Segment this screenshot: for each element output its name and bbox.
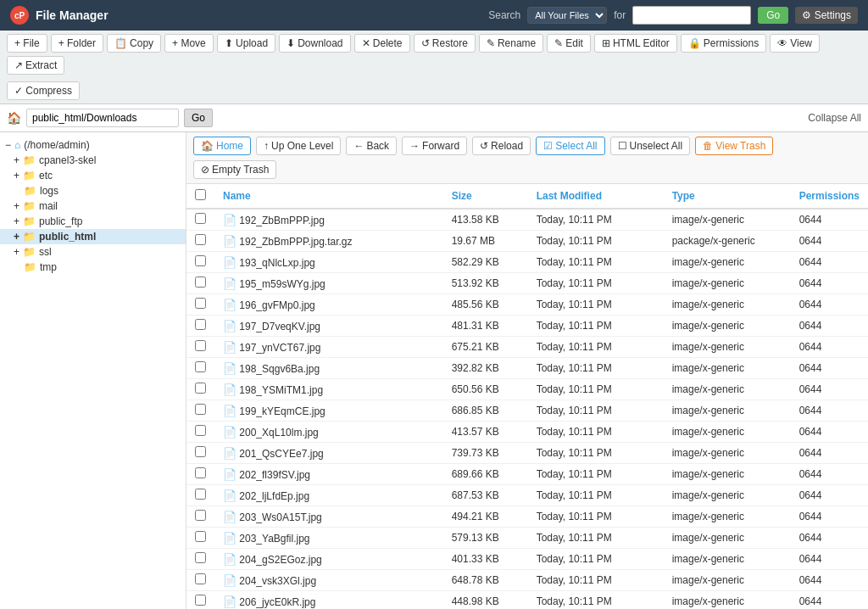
row-checkbox-cell[interactable] <box>186 549 214 570</box>
col-name-header[interactable]: Name <box>214 184 443 209</box>
row-checkbox-cell[interactable] <box>186 485 214 506</box>
table-row[interactable]: 📄 199_kYEqmCE.jpg 686.85 KB Today, 10:11… <box>186 400 868 422</box>
table-row[interactable]: 📄 203_YaBgfil.jpg 579.13 KB Today, 10:11… <box>186 528 868 549</box>
table-row[interactable]: 📄 201_QsCYEe7.jpg 739.73 KB Today, 10:11… <box>186 443 868 464</box>
delete-button[interactable]: ✕ Delete <box>354 34 410 53</box>
file-name-cell[interactable]: 📄 197_ynVCT67.jpg <box>214 337 443 358</box>
up-one-level-button[interactable]: ↑ Up One Level <box>256 137 341 155</box>
row-checkbox[interactable] <box>195 531 206 542</box>
file-name-cell[interactable]: 📄 203_Ws0A15T.jpg <box>214 506 443 528</box>
move-button[interactable]: + Move <box>164 34 214 53</box>
tree-item-logs[interactable]: 📁 logs <box>0 183 186 198</box>
col-modified-header[interactable]: Last Modified <box>528 184 664 209</box>
file-name-cell[interactable]: 📄 204_gS2EGoz.jpg <box>214 549 443 570</box>
table-row[interactable]: 📄 197_D7veqKV.jpg 481.31 KB Today, 10:11… <box>186 316 868 337</box>
collapse-all-button[interactable]: Collapse All <box>808 112 861 124</box>
view-button[interactable]: 👁 View <box>770 34 820 53</box>
table-row[interactable]: 📄 198_YSMiTM1.jpg 650.56 KB Today, 10:11… <box>186 379 868 400</box>
row-checkbox[interactable] <box>195 361 206 372</box>
table-row[interactable]: 📄 197_ynVCT67.jpg 675.21 KB Today, 10:11… <box>186 337 868 358</box>
file-name-cell[interactable]: 📄 203_YaBgfil.jpg <box>214 528 443 549</box>
permissions-button[interactable]: 🔒 Permissions <box>681 34 766 53</box>
row-checkbox[interactable] <box>195 573 206 584</box>
col-type-header[interactable]: Type <box>664 184 791 209</box>
table-row[interactable]: 📄 206_jycE0kR.jpg 448.98 KB Today, 10:11… <box>186 591 868 610</box>
row-checkbox[interactable] <box>195 298 206 309</box>
row-checkbox-cell[interactable] <box>186 422 214 443</box>
table-row[interactable]: 📄 198_Sqgv6Ba.jpg 392.82 KB Today, 10:11… <box>186 358 868 379</box>
row-checkbox[interactable] <box>195 319 206 330</box>
table-row[interactable]: 📄 204_vsk3XGl.jpg 648.78 KB Today, 10:11… <box>186 570 868 591</box>
row-checkbox[interactable] <box>195 255 206 266</box>
row-checkbox[interactable] <box>195 510 206 521</box>
row-checkbox[interactable] <box>195 383 206 394</box>
row-checkbox-cell[interactable] <box>186 443 214 464</box>
row-checkbox-cell[interactable] <box>186 506 214 528</box>
search-go-button[interactable]: Go <box>758 7 788 24</box>
rename-button[interactable]: ✎ Rename <box>479 34 543 53</box>
settings-button[interactable]: ⚙ Settings <box>795 7 858 24</box>
tree-item-root[interactable]: − ⌂ (/home/admin) <box>0 137 186 153</box>
empty-trash-button[interactable]: ⊘ Empty Trash <box>193 160 276 179</box>
copy-button[interactable]: 📋 Copy <box>107 34 161 53</box>
file-name-cell[interactable]: 📄 204_vsk3XGl.jpg <box>214 570 443 591</box>
tree-item-public-ftp[interactable]: + 📁 public_ftp <box>0 214 186 229</box>
row-checkbox-cell[interactable] <box>186 231 214 252</box>
row-checkbox-cell[interactable] <box>186 252 214 273</box>
row-checkbox[interactable] <box>195 552 206 563</box>
file-name-cell[interactable]: 📄 193_qNlcLxp.jpg <box>214 252 443 273</box>
file-name-cell[interactable]: 📄 198_YSMiTM1.jpg <box>214 379 443 400</box>
row-checkbox[interactable] <box>195 489 206 500</box>
col-perms-header[interactable]: Permissions <box>791 184 868 209</box>
edit-button[interactable]: ✎ Edit <box>547 34 591 53</box>
tree-item-public-html[interactable]: + 📁 public_html <box>0 229 186 244</box>
download-button[interactable]: ⬇ Download <box>279 34 350 53</box>
row-checkbox-cell[interactable] <box>186 209 214 231</box>
row-checkbox-cell[interactable] <box>186 294 214 316</box>
row-checkbox-cell[interactable] <box>186 528 214 549</box>
row-checkbox-cell[interactable] <box>186 358 214 379</box>
select-all-button[interactable]: ☑ Select All <box>536 137 604 155</box>
table-row[interactable]: 📄 202_fl39fSV.jpg 689.66 KB Today, 10:11… <box>186 464 868 485</box>
path-input[interactable] <box>26 109 179 127</box>
view-trash-button[interactable]: 🗑 View Trash <box>695 137 773 155</box>
file-name-cell[interactable]: 📄 200_XqL10lm.jpg <box>214 422 443 443</box>
file-name-cell[interactable]: 📄 202_fl39fSV.jpg <box>214 464 443 485</box>
row-checkbox[interactable] <box>195 234 206 245</box>
html-editor-button[interactable]: ⊞ HTML Editor <box>594 34 677 53</box>
table-row[interactable]: 📄 192_ZbBmPPP.jpg 413.58 KB Today, 10:11… <box>186 209 868 231</box>
row-checkbox-cell[interactable] <box>186 379 214 400</box>
file-name-cell[interactable]: 📄 198_Sqgv6Ba.jpg <box>214 358 443 379</box>
extract-button[interactable]: ↗ Extract <box>7 56 64 75</box>
search-input[interactable] <box>632 6 751 25</box>
unselect-all-button[interactable]: ☐ Unselect All <box>610 137 691 155</box>
table-row[interactable]: 📄 195_m59sWYg.jpg 513.92 KB Today, 10:11… <box>186 273 868 294</box>
file-name-cell[interactable]: 📄 192_ZbBmPPP.jpg.tar.gz <box>214 231 443 252</box>
row-checkbox-cell[interactable] <box>186 273 214 294</box>
file-name-cell[interactable]: 📄 201_QsCYEe7.jpg <box>214 443 443 464</box>
back-button[interactable]: ← Back <box>346 137 397 155</box>
forward-button[interactable]: → Forward <box>402 137 467 155</box>
tree-item-mail[interactable]: + 📁 mail <box>0 198 186 214</box>
row-checkbox[interactable] <box>195 213 206 224</box>
file-name-cell[interactable]: 📄 195_m59sWYg.jpg <box>214 273 443 294</box>
new-folder-button[interactable]: + Folder <box>51 34 103 53</box>
table-row[interactable]: 📄 200_XqL10lm.jpg 413.57 KB Today, 10:11… <box>186 422 868 443</box>
col-size-header[interactable]: Size <box>443 184 528 209</box>
table-row[interactable]: 📄 202_ljLfdEp.jpg 687.53 KB Today, 10:11… <box>186 485 868 506</box>
search-scope-select[interactable]: All Your Files <box>527 7 607 24</box>
file-name-cell[interactable]: 📄 202_ljLfdEp.jpg <box>214 485 443 506</box>
row-checkbox-cell[interactable] <box>186 400 214 422</box>
table-row[interactable]: 📄 192_ZbBmPPP.jpg.tar.gz 19.67 MB Today,… <box>186 231 868 252</box>
table-row[interactable]: 📄 196_gvFMp0.jpg 485.56 KB Today, 10:11 … <box>186 294 868 316</box>
row-checkbox-cell[interactable] <box>186 337 214 358</box>
row-checkbox[interactable] <box>195 467 206 478</box>
row-checkbox[interactable] <box>195 446 206 457</box>
row-checkbox[interactable] <box>195 595 206 606</box>
reload-button[interactable]: ↺ Reload <box>472 137 531 155</box>
row-checkbox-cell[interactable] <box>186 591 214 610</box>
new-file-button[interactable]: + File <box>7 34 47 53</box>
compress-button[interactable]: ✓ Compress <box>7 81 80 100</box>
upload-button[interactable]: ⬆ Upload <box>217 34 275 53</box>
table-row[interactable]: 📄 193_qNlcLxp.jpg 582.29 KB Today, 10:11… <box>186 252 868 273</box>
